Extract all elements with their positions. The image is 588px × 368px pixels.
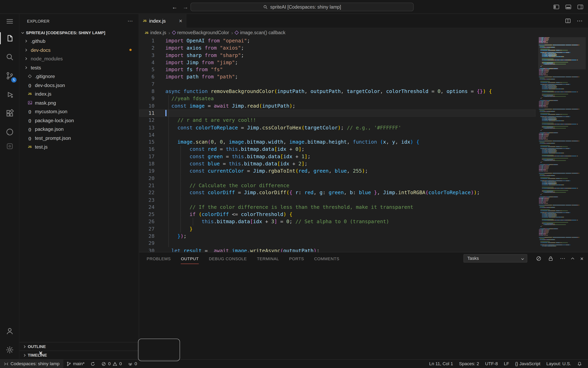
extensions-activity-button[interactable] [0,104,19,123]
toggle-sidebar-icon[interactable] [553,4,560,10]
panel-tab-problems[interactable]: PROBLEMS [147,253,171,264]
minimap-line [539,184,586,184]
language-mode-status[interactable]: {} JavaScript [512,359,543,368]
code-line-22[interactable]: 22 const colorDiff = Jimp.colorDiff({ r:… [139,189,536,196]
code-line-25[interactable]: 25 if (colorDiff <= colorThreshold) { [139,211,536,218]
explorer-item-test_prompt.json[interactable]: {}test_prompt.json [20,134,139,142]
code-line-2[interactable]: 2import axios from "axios"; [139,44,536,52]
search-activity-button[interactable] [0,48,19,66]
tab-index-js[interactable]: JS index.js × [139,14,186,28]
command-center-search[interactable]: spriteAI [Codespaces: shiny lamp] [191,3,414,11]
code-line-11[interactable]: 11 [139,109,536,117]
run-debug-activity-button[interactable] [0,85,19,104]
outline-section[interactable]: OUTLINE [20,342,139,351]
settings-button[interactable] [0,340,19,359]
code-line-24[interactable]: 24 // If the color difference is less th… [139,204,536,211]
code-line-6[interactable]: 6import path from "path"; [139,74,536,81]
explorer-item-test.js[interactable]: JStest.js [20,143,139,151]
panel-tab-comments[interactable]: COMMENTS [314,253,340,264]
code-line-30[interactable]: 30 let result = await image.writeAsync(o… [139,247,536,252]
indentation-status[interactable]: Spaces: 2 [456,359,482,368]
code-line-14[interactable]: 14 [139,131,536,138]
code-line-8[interactable]: 8async function removeBackgroundColor(in… [139,88,536,95]
code-line-21[interactable]: 21 // Calculate the color difference [139,182,536,189]
git-branch-status[interactable]: main* [63,359,87,368]
code-line-20[interactable]: 20 [139,175,536,182]
forward-button[interactable]: → [183,4,188,10]
output-channel-dropdown[interactable]: Tasks [464,254,527,262]
toggle-secondary-sidebar-icon[interactable] [577,4,584,10]
explorer-item-package-lock.json[interactable]: {}package-lock.json [20,116,139,125]
explorer-activity-button[interactable] [0,29,19,48]
sync-changes-button[interactable] [88,359,98,368]
explorer-item-dev-docs[interactable]: dev-docs [20,46,139,55]
code-line-7[interactable]: 7 [139,81,536,88]
explorer-item-tests[interactable]: tests [20,63,139,72]
code-line-3[interactable]: 3import sharp from "sharp"; [139,52,536,59]
explorer-item-mask.png[interactable]: mask.png [20,98,139,107]
panel-more-actions-icon[interactable]: ⋯ [560,256,565,261]
code-line-17[interactable]: 17 const green = this.bitmap.data[idx + … [139,153,536,160]
code-line-19[interactable]: 19 const currentColor = Jimp.rgbaToInt(r… [139,167,536,175]
line-number: 6 [139,74,155,81]
panel-tab-debug-console[interactable]: DEBUG CONSOLE [209,253,247,264]
code-line-18[interactable]: 18 const blue = this.bitmap.data[idx + 2… [139,160,536,167]
code-line-1[interactable]: 1import OpenAI from "openai"; [139,37,536,44]
accounts-button[interactable] [0,322,19,340]
explorer-item-.github[interactable]: .github [20,37,139,46]
explorer-item-node_modules[interactable]: node_modules [20,55,139,63]
source-control-activity-button[interactable]: 5 [0,66,19,85]
code-line-23[interactable]: 23 [139,196,536,204]
explorer-item-.gitignore[interactable]: .gitignore [20,72,139,81]
notifications-button[interactable] [574,359,585,368]
clear-output-icon[interactable] [536,256,542,261]
eol-status[interactable]: LF [501,359,512,368]
code-line-27[interactable]: 27 } [139,225,536,232]
cursor-position-status[interactable]: Ln 11, Col 1 [426,359,456,368]
explorer-item-dev-docs.json[interactable]: {}dev-docs.json [20,81,139,90]
panel-tab-output[interactable]: OUTPUT [181,253,199,264]
split-editor-icon[interactable] [565,18,571,24]
panel-tab-ports[interactable]: PORTS [289,253,304,264]
remote-indicator[interactable]: Codespaces: shiny lamp [0,359,63,368]
custom-extension-activity-button[interactable] [0,141,19,151]
code-line-9[interactable]: 9 //yeah fdsatea [139,95,536,102]
editor-more-actions-icon[interactable]: ⋯ [577,17,583,24]
code-editor[interactable]: 1import OpenAI from "openai";2import axi… [139,37,588,252]
code-line-5[interactable]: 5import fs from "fs" [139,66,536,73]
keyboard-layout-status[interactable]: Layout: U.S. [543,359,574,368]
json-file-icon: {} [28,127,31,131]
radio-tower-icon [128,361,133,366]
minimap[interactable] [538,37,586,248]
code-line-29[interactable]: 29 [139,240,536,247]
panel-tab-terminal[interactable]: TERMINAL [257,253,279,264]
close-panel-icon[interactable]: × [580,256,583,261]
code-line-4[interactable]: 4import Jimp from "jimp"; [139,59,536,66]
problems-status[interactable]: 0 0 [98,359,125,368]
forwarded-ports-status[interactable]: 0 [125,359,140,368]
lock-scroll-icon[interactable] [548,256,554,261]
code-line-16[interactable]: 16 const red = this.bitmap.data[idx + 0]… [139,146,536,153]
code-line-26[interactable]: 26 this.bitmap.data[idx + 3] = 0; // Set… [139,218,536,225]
breadcrumb-symbol-callback[interactable]: image.scan() callback [235,30,285,35]
explorer-item-package.json[interactable]: {}package.json [20,125,139,134]
tab-close-icon[interactable]: × [179,18,182,24]
maximize-panel-icon[interactable] [571,258,574,261]
explorer-more-actions-icon[interactable]: ⋯ [128,18,133,24]
timeline-section[interactable]: TIMELINE [20,351,139,359]
breadcrumb-file[interactable]: JS index.js [145,30,166,35]
code-line-13[interactable]: 13 const colorToReplace = Jimp.cssColorT… [139,124,536,131]
code-line-12[interactable]: 12 // r and t are very cool!! [139,117,536,124]
code-line-28[interactable]: 28 }); [139,233,536,240]
explorer-root-folder[interactable]: SPRITEAI [CODESPACES: SHINY LAMP] [20,28,139,37]
explorer-item-index.js[interactable]: JSindex.js [20,90,139,98]
back-button[interactable]: ← [172,4,177,10]
encoding-status[interactable]: UTF-8 [482,359,501,368]
explorer-item-mycustom.json[interactable]: {}mycustom.json [20,107,139,116]
toggle-panel-icon[interactable] [565,4,572,10]
menu-button[interactable] [0,14,19,29]
github-activity-button[interactable] [0,123,19,141]
code-line-15[interactable]: 15 image.scan(0, 0, image.bitmap.width, … [139,138,536,146]
breadcrumb-symbol-function[interactable]: removeBackgroundColor [172,30,229,35]
code-line-10[interactable]: 10 const image = await Jimp.read(inputPa… [139,102,536,109]
